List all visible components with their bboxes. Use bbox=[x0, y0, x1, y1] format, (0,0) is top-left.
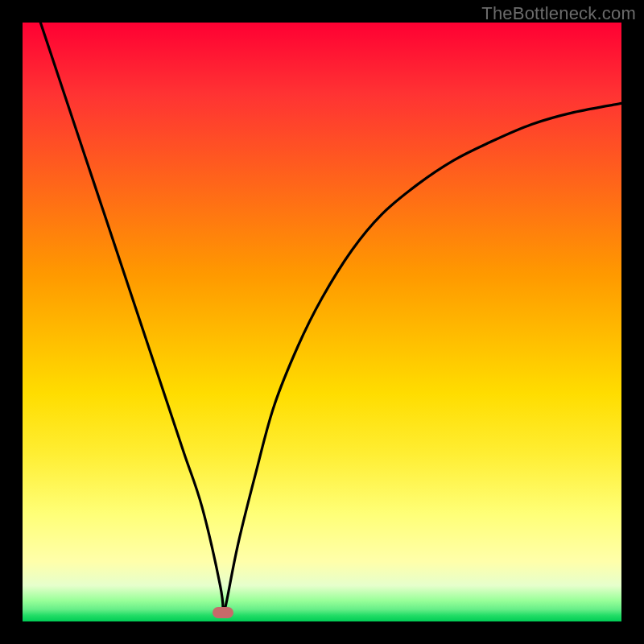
chart-curve-svg bbox=[23, 23, 621, 621]
chart-curve bbox=[40, 23, 621, 613]
chart-frame: TheBottleneck.com bbox=[0, 0, 644, 644]
watermark-text: TheBottleneck.com bbox=[481, 3, 636, 24]
chart-plot-area bbox=[23, 23, 621, 621]
chart-marker bbox=[213, 607, 233, 618]
